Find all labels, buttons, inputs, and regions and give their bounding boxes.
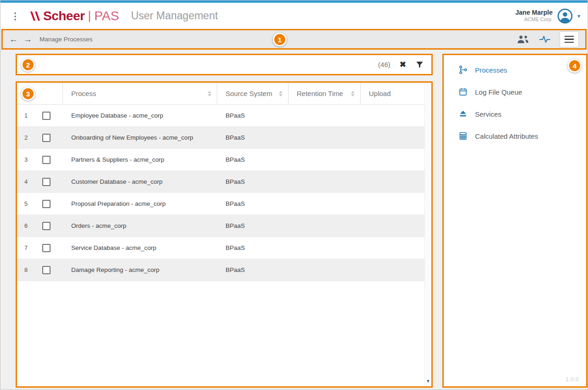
- brand-separator: |: [88, 9, 91, 23]
- user-organization: ACME Corp.: [515, 17, 553, 23]
- filter-bar[interactable]: (46) ✖: [16, 54, 433, 75]
- back-arrow-icon[interactable]: ←: [9, 34, 18, 45]
- kebab-menu-icon[interactable]: ⋮: [11, 11, 20, 22]
- source-system-cell: BPaaS: [217, 244, 288, 251]
- chevron-down-icon[interactable]: ▾: [577, 13, 580, 19]
- row-checkbox[interactable]: [42, 134, 51, 142]
- table-row[interactable]: 7 Service Database - acme_corp BPaaS: [17, 237, 424, 259]
- row-checkbox[interactable]: [42, 222, 51, 230]
- table-row[interactable]: 5 Proposal Preparation - acme_corp BPaaS: [17, 193, 424, 215]
- row-number: 6: [24, 222, 28, 229]
- process-cell: Partners & Suppliers - acme_corp: [63, 156, 217, 163]
- sidebar-item-label: Log File Queue: [475, 88, 522, 96]
- breadcrumb: Manage Processes: [40, 36, 93, 43]
- sidebar-item-processes[interactable]: Processes: [444, 59, 586, 81]
- row-number: 8: [24, 266, 28, 273]
- row-checkbox[interactable]: [42, 266, 51, 274]
- column-header-source-system[interactable]: Source System: [217, 83, 288, 104]
- annotation-badge-3: 3: [21, 87, 35, 101]
- table-row[interactable]: 4 Customer Database - acme_corp BPaaS: [17, 171, 424, 193]
- brand-name: Scheer: [43, 9, 85, 23]
- row-number: 7: [24, 244, 28, 251]
- app-window: ⋮ Scheer | PAS User Management Jane Marp…: [0, 0, 588, 390]
- table-row[interactable]: 8 Damage Reporting - acme_corp BPaaS: [17, 259, 424, 281]
- process-cell: Orders - acme_corp: [63, 222, 217, 229]
- sidebar-item-label: Calculated Attributes: [475, 132, 538, 140]
- row-checkbox[interactable]: [42, 244, 51, 252]
- context-sidebar: Processes Log File Queue Services: [442, 54, 588, 388]
- table-scrollbar[interactable]: ▾: [424, 83, 431, 386]
- process-cell: Damage Reporting - acme_corp: [63, 266, 217, 273]
- sort-icon[interactable]: [351, 91, 355, 96]
- user-menu[interactable]: Jane Marple ACME Corp. ▾: [515, 8, 580, 24]
- account-avatar-icon[interactable]: [557, 8, 573, 24]
- row-number: 1: [24, 112, 28, 119]
- sidebar-item-services[interactable]: Services: [444, 103, 586, 125]
- calculated-attributes-icon: [458, 131, 468, 141]
- table-header-row: Process Source System Retention Time Upl…: [17, 83, 424, 105]
- table-row[interactable]: 1 Employee Database - acme_corp BPaaS: [17, 105, 424, 127]
- process-cell: Employee Database - acme_corp: [63, 112, 217, 119]
- page-title: User Management: [131, 10, 218, 22]
- column-header-retention-time[interactable]: Retention Time: [288, 83, 361, 104]
- source-system-cell: BPaaS: [217, 178, 288, 185]
- log-file-queue-icon: [458, 87, 468, 96]
- process-cell: Proposal Preparation - acme_corp: [63, 200, 217, 207]
- process-cell: Onboarding of New Employees - acme_corp: [63, 134, 217, 141]
- forward-arrow-icon[interactable]: →: [23, 34, 32, 45]
- source-system-cell: BPaaS: [217, 134, 288, 141]
- table-row[interactable]: 2 Onboarding of New Employees - acme_cor…: [17, 127, 424, 149]
- services-icon: [458, 109, 468, 119]
- row-number: 5: [24, 200, 28, 207]
- sidebar-item-label: Services: [475, 110, 502, 118]
- row-checkbox[interactable]: [42, 112, 51, 120]
- brand-suffix: PAS: [94, 9, 119, 23]
- table-row[interactable]: 3 Partners & Suppliers - acme_corp BPaaS: [17, 149, 424, 171]
- filter-funnel-icon[interactable]: [415, 60, 424, 69]
- sort-icon[interactable]: [279, 91, 283, 96]
- app-header: ⋮ Scheer | PAS User Management Jane Marp…: [0, 3, 588, 29]
- row-checkbox[interactable]: [42, 156, 51, 164]
- source-system-cell: BPaaS: [217, 156, 288, 163]
- annotation-badge-4: 4: [568, 59, 582, 73]
- row-number: 4: [24, 178, 28, 185]
- version-label: 1.0.0: [565, 376, 579, 383]
- activity-pulse-icon[interactable]: [539, 35, 550, 43]
- source-system-cell: BPaaS: [217, 112, 288, 119]
- sort-icon[interactable]: [208, 91, 211, 96]
- row-checkbox[interactable]: [42, 178, 51, 186]
- column-header-process[interactable]: Process: [63, 83, 217, 104]
- users-group-icon[interactable]: [517, 35, 529, 44]
- row-number: 3: [24, 156, 28, 163]
- user-info: Jane Marple ACME Corp.: [515, 9, 553, 23]
- annotation-badge-2: 2: [21, 58, 35, 72]
- row-number: 2: [24, 134, 28, 141]
- process-cell: Service Database - acme_corp: [63, 244, 217, 251]
- source-system-cell: BPaaS: [217, 200, 288, 207]
- sidebar-item-label: Processes: [475, 66, 507, 74]
- hamburger-menu-button[interactable]: [560, 31, 579, 47]
- process-table-panel: Process Source System Retention Time Upl…: [16, 81, 433, 388]
- column-label: Retention Time: [297, 90, 343, 97]
- user-name: Jane Marple: [515, 9, 553, 17]
- toolbar: ← → Manage Processes: [1, 29, 587, 50]
- column-label: Process: [71, 90, 96, 97]
- processes-icon: [458, 65, 468, 74]
- column-label: Upload: [369, 90, 391, 97]
- clear-filter-icon[interactable]: ✖: [400, 60, 406, 69]
- annotation-badge-1: 1: [273, 33, 287, 46]
- source-system-cell: BPaaS: [217, 266, 288, 273]
- brand-logo: Scheer | PAS: [30, 9, 119, 23]
- scroll-down-icon[interactable]: ▾: [425, 378, 431, 384]
- column-label: Source System: [226, 90, 272, 97]
- column-header-upload: Upload: [361, 83, 424, 104]
- result-count: (46): [378, 61, 390, 68]
- sidebar-item-log-file-queue[interactable]: Log File Queue: [444, 81, 586, 103]
- row-checkbox[interactable]: [42, 200, 51, 208]
- process-cell: Customer Database - acme_corp: [63, 178, 217, 185]
- table-row[interactable]: 6 Orders - acme_corp BPaaS: [17, 215, 424, 237]
- source-system-cell: BPaaS: [217, 222, 288, 229]
- sidebar-item-calculated-attributes[interactable]: Calculated Attributes: [444, 125, 586, 147]
- scheer-logo-mark: [30, 11, 40, 22]
- process-table: Process Source System Retention Time Upl…: [17, 83, 424, 281]
